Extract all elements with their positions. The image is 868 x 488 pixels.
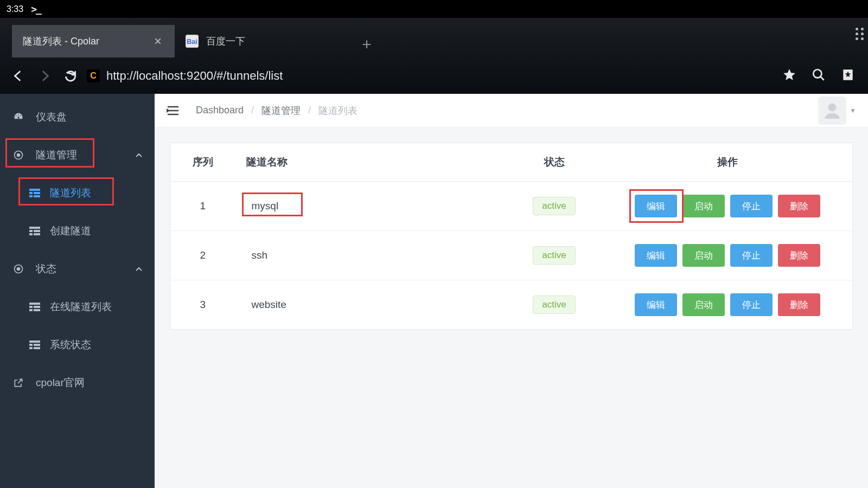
cell-ops: 编辑 启动 停止 删除 bbox=[603, 280, 853, 330]
cell-name: mysql bbox=[235, 182, 506, 231]
stop-button[interactable]: 停止 bbox=[730, 244, 773, 267]
grid-icon bbox=[29, 188, 40, 198]
delete-button[interactable]: 删除 bbox=[778, 293, 820, 316]
search-icon[interactable] bbox=[812, 68, 826, 84]
th-name: 隧道名称 bbox=[235, 143, 506, 182]
sidebar-item-online-tunnels[interactable]: 在线隧道列表 bbox=[0, 288, 155, 326]
svg-rect-21 bbox=[29, 341, 40, 343]
table-row: 1 mysql active 编辑 启动 停止 删除 bbox=[170, 182, 853, 231]
target-icon bbox=[13, 264, 25, 274]
external-link-icon bbox=[13, 377, 25, 388]
address-bar: C http://localhost:9200/#/tunnels/list bbox=[0, 57, 868, 94]
sidebar-item-label: 创建隧道 bbox=[50, 224, 91, 238]
cell-index: 2 bbox=[170, 231, 235, 280]
start-button[interactable]: 启动 bbox=[682, 244, 725, 267]
edit-button[interactable]: 编辑 bbox=[635, 195, 677, 217]
breadcrumb: Dashboard / 隧道管理 / 隧道列表 bbox=[196, 104, 358, 117]
sidebar-item-label: 在线隧道列表 bbox=[50, 300, 112, 314]
star-icon[interactable] bbox=[782, 68, 796, 84]
th-ops: 操作 bbox=[603, 143, 853, 182]
baidu-favicon: Bai bbox=[186, 35, 199, 48]
device-status-bar: 3:33 >_ bbox=[0, 0, 868, 18]
grid-icon bbox=[29, 339, 40, 350]
sidebar-item-label: 系统状态 bbox=[50, 338, 91, 352]
highlight-box bbox=[242, 192, 303, 216]
cell-status: active bbox=[506, 231, 603, 280]
sidebar-item-create-tunnel[interactable]: 创建隧道 bbox=[0, 212, 155, 250]
svg-rect-8 bbox=[34, 195, 40, 197]
tab-title: 隧道列表 - Cpolar bbox=[23, 35, 144, 48]
main-area: Dashboard / 隧道管理 / 隧道列表 ▼ 序列 隧道名称 状态 操作 bbox=[155, 94, 868, 488]
svg-rect-17 bbox=[29, 306, 33, 308]
stop-button[interactable]: 停止 bbox=[730, 293, 773, 316]
svg-rect-9 bbox=[29, 227, 40, 229]
browser-tab-active[interactable]: 隧道列表 - Cpolar × bbox=[12, 25, 175, 57]
sidebar-item-label: 状态 bbox=[36, 262, 56, 276]
svg-rect-6 bbox=[34, 192, 40, 194]
svg-point-3 bbox=[17, 154, 20, 157]
sidebar-item-status[interactable]: 状态 bbox=[0, 250, 155, 288]
reload-button[interactable] bbox=[58, 63, 84, 89]
browser-tab-inactive[interactable]: Bai 百度一下 bbox=[175, 25, 348, 57]
status-time: 3:33 bbox=[7, 4, 23, 14]
browser-chrome: 隧道列表 - Cpolar × Bai 百度一下 + C http://loca… bbox=[0, 18, 868, 94]
menu-toggle-icon[interactable] bbox=[167, 105, 180, 116]
topbar: Dashboard / 隧道管理 / 隧道列表 ▼ bbox=[155, 94, 868, 127]
url-field[interactable]: http://localhost:9200/#/tunnels/list bbox=[106, 69, 782, 83]
sidebar-item-dashboard[interactable]: 仪表盘 bbox=[0, 98, 155, 136]
tab-title: 百度一下 bbox=[206, 35, 337, 48]
dashboard-icon bbox=[13, 112, 25, 123]
back-button[interactable] bbox=[5, 63, 31, 89]
delete-button[interactable]: 删除 bbox=[778, 244, 820, 267]
sidebar-item-tunnel-list[interactable]: 隧道列表 bbox=[0, 174, 155, 212]
avatar[interactable] bbox=[818, 97, 846, 125]
svg-rect-13 bbox=[34, 233, 40, 235]
cell-status: active bbox=[506, 182, 603, 231]
cell-name: website bbox=[235, 280, 506, 330]
tunnel-table: 序列 隧道名称 状态 操作 1 mysql active 编辑 bbox=[170, 143, 853, 330]
sidebar-item-label: cpolar官网 bbox=[36, 376, 85, 390]
svg-rect-22 bbox=[29, 344, 33, 346]
forward-button[interactable] bbox=[31, 63, 58, 89]
svg-rect-5 bbox=[29, 192, 33, 194]
sidebar-item-tunnel-manage[interactable]: 隧道管理 bbox=[0, 136, 155, 174]
svg-rect-4 bbox=[29, 189, 40, 191]
stop-button[interactable]: 停止 bbox=[730, 195, 773, 217]
breadcrumb-current: 隧道列表 bbox=[318, 104, 358, 117]
sidebar-item-label: 隧道列表 bbox=[50, 186, 91, 200]
edit-button[interactable]: 编辑 bbox=[635, 293, 677, 316]
svg-rect-18 bbox=[34, 306, 40, 308]
browser-menu-icon[interactable] bbox=[856, 28, 858, 40]
close-icon[interactable]: × bbox=[152, 34, 164, 49]
caret-down-icon[interactable]: ▼ bbox=[850, 107, 856, 114]
sidebar-item-system-status[interactable]: 系统状态 bbox=[0, 326, 155, 364]
breadcrumb-item[interactable]: 隧道管理 bbox=[261, 104, 301, 117]
cell-index: 1 bbox=[170, 182, 235, 231]
delete-button[interactable]: 删除 bbox=[778, 195, 820, 217]
th-status: 状态 bbox=[506, 143, 603, 182]
tab-strip: 隧道列表 - Cpolar × Bai 百度一下 + bbox=[0, 18, 868, 57]
grid-icon bbox=[29, 301, 40, 312]
svg-rect-24 bbox=[29, 347, 33, 349]
th-index: 序列 bbox=[170, 143, 235, 182]
status-badge: active bbox=[533, 246, 575, 265]
start-button[interactable]: 启动 bbox=[682, 293, 725, 316]
new-tab-button[interactable]: + bbox=[354, 31, 380, 57]
svg-point-0 bbox=[813, 69, 821, 78]
content: 序列 隧道名称 状态 操作 1 mysql active 编辑 bbox=[155, 127, 868, 345]
grid-icon bbox=[29, 226, 40, 236]
sidebar-item-official-site[interactable]: cpolar官网 bbox=[0, 364, 155, 402]
sidebar: 仪表盘 隧道管理 隧道列表 创建隧道 状态 在线隧道列表 系统状态 bbox=[0, 94, 155, 488]
table-row: 2 ssh active 编辑 启动 停止 删除 bbox=[170, 231, 853, 280]
status-badge: active bbox=[533, 296, 575, 314]
bookmark-icon[interactable] bbox=[841, 68, 855, 84]
svg-rect-23 bbox=[34, 344, 40, 346]
svg-rect-20 bbox=[34, 309, 40, 311]
chevron-up-icon bbox=[135, 149, 143, 161]
edit-button[interactable]: 编辑 bbox=[635, 244, 677, 267]
breadcrumb-item[interactable]: Dashboard bbox=[196, 105, 244, 116]
start-button[interactable]: 启动 bbox=[682, 195, 725, 217]
sidebar-item-label: 仪表盘 bbox=[36, 110, 67, 124]
cell-status: active bbox=[506, 280, 603, 330]
sidebar-item-label: 隧道管理 bbox=[36, 148, 77, 162]
